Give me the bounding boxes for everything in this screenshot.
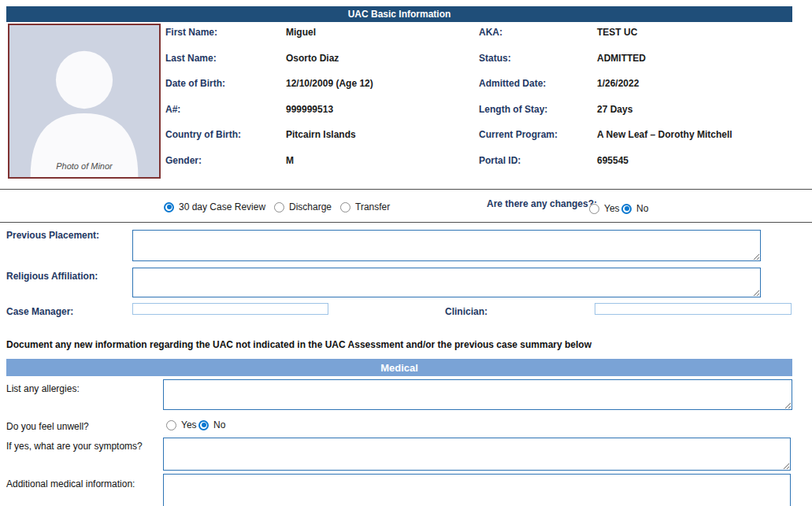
radio-option-30-day-case-review[interactable]: 30 day Case Review — [164, 201, 265, 212]
medical-section-title: Medical — [380, 362, 418, 374]
field-row-a-number: A#: 999999513 — [165, 104, 476, 130]
first-name-value: Miguel — [286, 27, 476, 38]
radio-option-unwell-yes[interactable]: Yes — [166, 419, 197, 430]
field-row-gender: Gender: M — [165, 155, 476, 181]
length-of-stay-label: Length of Stay: — [479, 104, 597, 115]
changes-no-radio[interactable] — [621, 204, 632, 214]
a-number-value: 999999513 — [286, 104, 476, 115]
photo-of-minor: Photo of Minor — [8, 24, 161, 179]
radio-option-transfer[interactable]: Transfer — [340, 201, 390, 212]
transfer-radio[interactable] — [340, 202, 350, 212]
gender-value: M — [286, 155, 476, 166]
country-of-birth-label: Country of Birth: — [165, 129, 286, 140]
field-row-length-of-stay: Length of Stay: 27 Days — [479, 104, 794, 130]
unwell-yes-radio[interactable] — [166, 420, 176, 430]
discharge-radio[interactable] — [274, 202, 284, 212]
current-program-label: Current Program: — [479, 129, 597, 140]
person-silhouette-icon — [9, 25, 159, 177]
previous-placement-textarea[interactable] — [132, 230, 761, 261]
clinician-input[interactable] — [595, 303, 792, 315]
basic-info-header-title: UAC Basic Information — [348, 9, 451, 20]
unwell-yes-label[interactable]: Yes — [181, 419, 197, 430]
unwell-question-label: Do you feel unwell? — [6, 421, 89, 432]
discharge-label[interactable]: Discharge — [289, 201, 332, 212]
radio-option-discharge[interactable]: Discharge — [274, 201, 332, 212]
field-row-aka: AKA: TEST UC — [479, 27, 794, 53]
clinician-label: Clinician: — [445, 306, 488, 317]
additional-medical-textarea[interactable] — [163, 474, 791, 506]
basic-info-left-column: First Name: Miguel Last Name: Osorto Dia… — [165, 27, 476, 181]
field-row-last-name: Last Name: Osorto Diaz — [165, 53, 476, 79]
changes-question-label: Are there any changes?: — [487, 198, 597, 209]
changes-yes-label[interactable]: Yes — [604, 203, 620, 214]
last-name-label: Last Name: — [165, 53, 286, 64]
symptoms-textarea[interactable] — [163, 438, 791, 471]
previous-placement-label: Previous Placement: — [6, 230, 99, 241]
medical-section-header: Medical — [6, 359, 792, 376]
field-row-first-name: First Name: Miguel — [165, 27, 476, 53]
first-name-label: First Name: — [165, 27, 286, 38]
radio-option-unwell-no[interactable]: No — [198, 419, 225, 430]
gender-label: Gender: — [165, 155, 286, 166]
allergies-label: List any allergies: — [6, 383, 80, 394]
uac-case-review-page: UAC Basic Information Photo of Minor Fir… — [0, 0, 812, 506]
field-row-admitted-date: Admitted Date: 1/26/2022 — [479, 78, 794, 104]
aka-label: AKA: — [479, 27, 597, 38]
case-manager-label: Case Manager: — [6, 306, 73, 317]
additional-medical-label: Additional medical information: — [6, 478, 135, 489]
transfer-label[interactable]: Transfer — [355, 201, 390, 212]
admitted-date-label: Admitted Date: — [479, 78, 597, 89]
last-name-value: Osorto Diaz — [286, 53, 476, 64]
unwell-no-label[interactable]: No — [213, 419, 225, 430]
date-of-birth-value: 12/10/2009 (Age 12) — [286, 78, 476, 89]
symptoms-label: If yes, what are your symptoms? — [6, 441, 143, 452]
religious-affiliation-label: Religious Affiliation: — [6, 271, 98, 282]
divider-bottom — [0, 222, 812, 223]
photo-caption: Photo of Minor — [9, 161, 159, 171]
date-of-birth-label: Date of Birth: — [165, 78, 286, 89]
30-day-case-review-radio[interactable] — [164, 202, 174, 212]
length-of-stay-value: 27 Days — [597, 104, 794, 115]
current-program-value: A New Leaf – Dorothy Mitchell — [597, 129, 794, 140]
field-row-status: Status: ADMITTED — [479, 53, 794, 79]
30-day-case-review-label[interactable]: 30 day Case Review — [179, 201, 265, 212]
country-of-birth-value: Pitcairn Islands — [286, 129, 476, 140]
radio-option-changes-yes[interactable]: Yes — [589, 203, 620, 214]
basic-info-header: UAC Basic Information — [6, 6, 792, 22]
unwell-no-radio[interactable] — [198, 420, 209, 430]
divider-top — [0, 189, 812, 190]
admitted-date-value: 1/26/2022 — [597, 78, 794, 89]
field-row-current-program: Current Program: A New Leaf – Dorothy Mi… — [479, 129, 794, 155]
basic-info-right-column: AKA: TEST UC Status: ADMITTED Admitted D… — [479, 27, 794, 181]
status-value: ADMITTED — [597, 53, 794, 64]
changes-yes-radio[interactable] — [589, 204, 599, 214]
a-number-label: A#: — [165, 104, 286, 115]
changes-no-label[interactable]: No — [636, 203, 648, 214]
field-row-country-of-birth: Country of Birth: Pitcairn Islands — [165, 129, 476, 155]
instruction-text: Document any new information regarding t… — [6, 339, 715, 350]
field-row-portal-id: Portal ID: 695545 — [479, 155, 794, 181]
allergies-textarea[interactable] — [163, 379, 792, 410]
aka-value: TEST UC — [597, 27, 794, 38]
radio-option-changes-no[interactable]: No — [621, 203, 648, 214]
portal-id-value: 695545 — [597, 155, 794, 166]
portal-id-label: Portal ID: — [479, 155, 597, 166]
religious-affiliation-textarea[interactable] — [132, 268, 761, 297]
status-label: Status: — [479, 53, 597, 64]
field-row-date-of-birth: Date of Birth: 12/10/2009 (Age 12) — [165, 78, 476, 104]
case-manager-input[interactable] — [132, 303, 328, 315]
